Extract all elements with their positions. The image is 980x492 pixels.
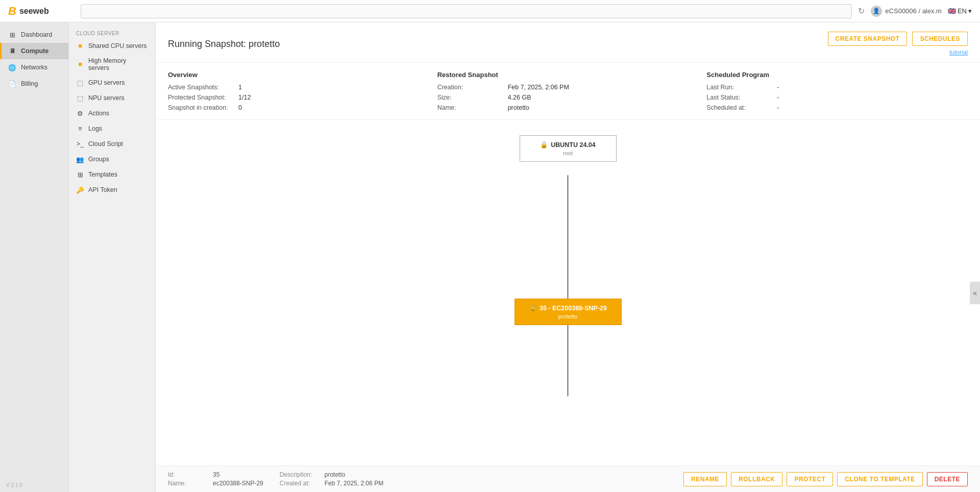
user-info: 👤 eCS00006 / alex.m: [871, 6, 942, 17]
sidebar-item-groups[interactable]: 👥 Groups: [69, 152, 155, 167]
sidebar-label-groups: Groups: [88, 156, 109, 163]
sidebar-label-cloud-script: Cloud Script: [88, 140, 123, 147]
bottom-bar: Id: 35 Name: ec200388-SNP-29 Description…: [156, 465, 980, 492]
snapshot-in-creation-value: 0: [238, 104, 242, 111]
created-row: Created at: Feb 7, 2025, 2:06 PM: [280, 480, 383, 487]
snap-node-label: 🔒 35 - EC200388-SNP-29: [529, 304, 607, 312]
bottom-info-col-left: Id: 35 Name: ec200388-SNP-29: [168, 471, 263, 487]
root-node-label: 🔒 UBUNTU 24.04: [540, 141, 596, 149]
snapshot-in-creation-label: Snapshot in creation:: [168, 104, 234, 111]
main-header: Running Snapshot: protetto CREATE SNAPSH…: [156, 22, 980, 63]
create-snapshot-button[interactable]: CREATE SNAPSHOT: [828, 32, 908, 46]
creation-label: Creation:: [437, 84, 504, 91]
sidebar-item-high-memory[interactable]: ■ High Memory servers: [69, 54, 155, 75]
snap-node[interactable]: 🔒 35 - EC200388-SNP-29 protetto: [514, 299, 622, 325]
name-label: Name:: [437, 104, 504, 111]
templates-icon: ⊞: [76, 170, 84, 179]
last-run-row: Last Run: -: [706, 84, 968, 91]
last-status-value: -: [777, 94, 779, 101]
protected-snapshot-label: Protected Snapshot:: [168, 94, 234, 101]
bottom-name-row: Name: ec200388-SNP-29: [168, 480, 263, 487]
id-label: Id:: [168, 471, 209, 478]
root-node-sub: root: [563, 150, 573, 156]
collapse-button[interactable]: «: [970, 282, 980, 304]
nav-item-dashboard[interactable]: ⊞ Dashboard: [0, 27, 68, 43]
tree-connector-svg: [156, 120, 980, 465]
sidebar-item-cloud-script[interactable]: >_ Cloud Script: [69, 136, 155, 152]
actions-icon: ⚙: [76, 109, 84, 117]
delete-button[interactable]: DELETE: [927, 472, 968, 486]
api-token-icon: 🔑: [76, 186, 84, 194]
groups-icon: 👥: [76, 155, 84, 163]
sidebar-label-gpu: GPU servers: [88, 79, 125, 86]
creation-value: Feb 7, 2025, 2:06 PM: [508, 84, 569, 91]
overview-column: Overview Active Snapshots: 1 Protected S…: [168, 71, 429, 111]
restored-snapshot-title: Restored Snapshot: [437, 71, 699, 79]
id-value: 35: [213, 471, 219, 478]
root-node-name: UBUNTU 24.04: [551, 141, 596, 149]
snapshot-in-creation-row: Snapshot in creation: 0: [168, 104, 429, 111]
root-node[interactable]: 🔒 UBUNTU 24.04 root: [520, 135, 617, 162]
user-name: eCS00006 / alex.m: [885, 7, 942, 15]
creation-row: Creation: Feb 7, 2025, 2:06 PM: [437, 84, 699, 91]
scheduled-at-row: Scheduled at: -: [706, 104, 968, 111]
snapshot-tree-area: 🔒 UBUNTU 24.04 root 🔒 35 - EC200388-SNP-…: [156, 120, 980, 465]
overview-title: Overview: [168, 71, 429, 79]
flag-icon: 🇬🇧: [948, 7, 956, 15]
dashboard-icon: ⊞: [8, 30, 17, 39]
last-run-value: -: [777, 84, 779, 91]
active-snapshots-row: Active Snapshots: 1: [168, 84, 429, 91]
language-selector[interactable]: 🇬🇧 EN ▾: [948, 7, 972, 15]
protect-button[interactable]: PROTECT: [787, 472, 833, 486]
last-run-label: Last Run:: [706, 84, 773, 91]
main-content: Running Snapshot: protetto CREATE SNAPSH…: [156, 22, 980, 492]
created-label: Created at:: [280, 480, 321, 487]
protected-snapshot-value: 1/12: [238, 94, 251, 101]
tutorial-link[interactable]: tutorial: [949, 49, 968, 56]
networks-icon: 🌐: [8, 63, 17, 72]
size-value: 4.26 GB: [508, 94, 531, 101]
sidebar-label-high-memory: High Memory servers: [88, 57, 148, 71]
clone-to-template-button[interactable]: CLONE TO TEMPLATE: [837, 472, 922, 486]
layout: ⊞ Dashboard 🖥 Compute 🌐 Networks 📄 Billi…: [0, 22, 980, 492]
desc-row: Description: protetto: [280, 471, 383, 478]
logo-b: B: [8, 5, 16, 18]
snap-node-name: 35 - EC200388-SNP-29: [540, 305, 607, 312]
sidebar-item-api-token[interactable]: 🔑 API Token: [69, 182, 155, 198]
sidebar-item-templates[interactable]: ⊞ Templates: [69, 167, 155, 182]
desc-label: Description:: [280, 471, 321, 478]
scheduled-at-value: -: [777, 104, 779, 111]
schedules-button[interactable]: SCHEDULES: [912, 32, 968, 46]
refresh-button[interactable]: ↻: [858, 6, 865, 16]
nav-label-compute: Compute: [21, 47, 48, 55]
version-label: V 2.1.0: [0, 478, 68, 492]
sidebar-item-gpu[interactable]: ⬚ GPU servers: [69, 75, 155, 90]
sidebar-label-npu: NPU servers: [88, 94, 125, 102]
nav-item-compute[interactable]: 🖥 Compute: [0, 43, 68, 59]
desc-value: protetto: [325, 471, 346, 478]
sidebar-item-actions[interactable]: ⚙ Actions: [69, 106, 155, 121]
rename-button[interactable]: RENAME: [683, 472, 727, 486]
sidebar-item-npu[interactable]: ⬚ NPU servers: [69, 90, 155, 106]
search-input[interactable]: [81, 4, 852, 18]
npu-icon: ⬚: [76, 94, 84, 102]
bottom-info-col-right: Description: protetto Created at: Feb 7,…: [280, 471, 383, 487]
sidebar-section-label: CLOUD SERVER: [69, 27, 155, 38]
sidebar-item-shared-cpu[interactable]: ■ Shared CPU servers: [69, 38, 155, 54]
rollback-button[interactable]: ROLLBACK: [731, 472, 782, 486]
nav-item-networks[interactable]: 🌐 Networks: [0, 59, 68, 76]
size-row: Size: 4.26 GB: [437, 94, 699, 101]
compute-icon: 🖥: [8, 46, 17, 56]
header-actions: CREATE SNAPSHOT SCHEDULES: [828, 32, 968, 46]
lang-label: EN: [958, 7, 967, 15]
scheduled-at-label: Scheduled at:: [706, 104, 773, 111]
restored-snapshot-column: Restored Snapshot Creation: Feb 7, 2025,…: [437, 71, 699, 111]
topbar: B seeweb ↻ 👤 eCS00006 / alex.m 🇬🇧 EN ▾: [0, 0, 980, 22]
nav-label-networks: Networks: [21, 64, 47, 71]
page-title: Running Snapshot: protetto: [168, 39, 280, 50]
sidebar-item-logs[interactable]: ≡ Logs: [69, 121, 155, 136]
snap-lock-icon: 🔒: [529, 304, 537, 312]
created-value: Feb 7, 2025, 2:06 PM: [325, 480, 383, 487]
topbar-right: 👤 eCS00006 / alex.m 🇬🇧 EN ▾: [871, 6, 972, 17]
nav-item-billing[interactable]: 📄 Billing: [0, 76, 68, 92]
